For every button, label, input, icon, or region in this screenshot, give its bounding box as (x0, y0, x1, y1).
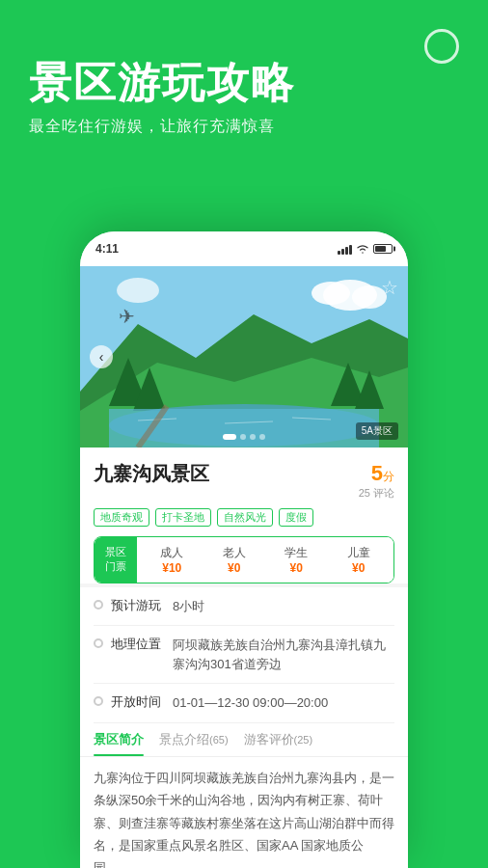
rating-count: 25 评论 (359, 486, 394, 501)
price-items: 成人 ¥10 老人 ¥0 学生 ¥0 儿童 ¥0 (137, 539, 393, 581)
tag-4: 度假 (279, 508, 313, 527)
slider-back-button[interactable]: ‹ (90, 345, 113, 368)
description-text: 九寨沟位于四川阿坝藏族羌族自治州九寨沟县内，是一条纵深50余千米的山沟谷地，因沟… (94, 767, 394, 868)
tag-2: 打卡圣地 (155, 508, 211, 527)
header-circle-icon (424, 29, 459, 64)
favorite-icon[interactable]: ☆ (381, 276, 398, 299)
info-row-hours: 开放时间 01-01—12-30 09:00—20:00 (94, 684, 394, 723)
price-child-value: ¥0 (347, 561, 370, 575)
svg-point-2 (312, 282, 350, 305)
info-circle-icon (94, 600, 103, 610)
ticket-section: 景区门票 成人 ¥10 老人 ¥0 学生 ¥0 儿童 (94, 536, 394, 583)
price-child-type: 儿童 (347, 545, 370, 561)
price-adult-type: 成人 (160, 545, 183, 561)
ticket-label: 景区门票 (95, 537, 137, 583)
info-label-location: 地理位置 (111, 636, 165, 653)
dot-1[interactable] (223, 434, 236, 440)
info-value-playtime: 8小时 (173, 597, 204, 616)
tabs-row: 景区简介 景点介绍(65) 游客评价(25) (94, 723, 394, 756)
info-rows-section: 预计游玩 8小时 地理位置 阿坝藏族羌族自治州九寨沟县漳扎镇九寨沟沟301省道旁… (80, 587, 408, 723)
tag-3: 自然风光 (217, 508, 273, 527)
main-title: 景区游玩攻略 (29, 58, 459, 109)
price-student-type: 学生 (285, 545, 308, 561)
slider-image: ✈ ‹ ☆ 5A景区 (80, 266, 408, 448)
price-student: 学生 ¥0 (285, 545, 308, 575)
info-row-location: 地理位置 阿坝藏族羌族自治州九寨沟县漳扎镇九寨沟沟301省道旁边 (94, 626, 394, 684)
tags-row: 地质奇观 打卡圣地 自然风光 度假 (94, 508, 394, 527)
rating-unit: 分 (383, 470, 394, 483)
ticket-prices: 景区门票 成人 ¥10 老人 ¥0 学生 ¥0 儿童 (95, 537, 393, 583)
battery-icon (373, 244, 393, 254)
rating-score: 5 (371, 461, 383, 485)
info-label-playtime: 预计游玩 (111, 597, 165, 614)
level-badge: 5A景区 (356, 422, 398, 440)
price-child: 儿童 ¥0 (347, 545, 370, 575)
price-student-value: ¥0 (285, 561, 308, 575)
info-value-hours: 01-01—12-30 09:00—20:00 (173, 693, 328, 713)
svg-point-4 (117, 278, 159, 303)
image-slider[interactable]: ✈ ‹ ☆ 5A景区 (80, 266, 408, 448)
price-elderly-type: 老人 (223, 545, 246, 561)
info-value-location: 阿坝藏族羌族自治州九寨沟县漳扎镇九寨沟沟301省道旁边 (173, 636, 394, 673)
spot-rating: 5分 25 评论 (359, 461, 394, 501)
tab-intro[interactable]: 景区简介 (94, 723, 144, 756)
info-circle-location-icon (94, 638, 103, 648)
status-icons (338, 242, 393, 257)
signal-icon (338, 243, 352, 255)
status-bar: 4:11 (80, 231, 408, 266)
tab-reviews-label: 游客评价(25) (244, 732, 313, 746)
dot-3[interactable] (250, 434, 256, 440)
info-circle-hours-icon (94, 696, 103, 706)
dot-4[interactable] (259, 434, 265, 440)
tab-intro-label: 景区简介 (94, 732, 144, 746)
info-label-hours: 开放时间 (111, 693, 165, 711)
description-section: 九寨沟位于四川阿坝藏族羌族自治州九寨沟县内，是一条纵深50余千米的山沟谷地，因沟… (80, 757, 408, 868)
slider-dots (223, 434, 265, 440)
sub-title: 最全吃住行游娱，让旅行充满惊喜 (29, 117, 459, 137)
tab-reviews[interactable]: 游客评价(25) (244, 723, 313, 756)
price-elderly-value: ¥0 (223, 561, 246, 575)
header-area: 景区游玩攻略 最全吃住行游娱，让旅行充满惊喜 (0, 0, 488, 156)
price-adult-value: ¥10 (160, 561, 183, 575)
content-tabs: 景区简介 景点介绍(65) 游客评价(25) (80, 723, 408, 757)
price-elderly: 老人 ¥0 (223, 545, 246, 575)
spot-name: 九寨沟风景区 (94, 461, 209, 487)
tab-attractions[interactable]: 景点介绍(65) (159, 723, 229, 756)
price-adult: 成人 ¥10 (160, 545, 183, 575)
dot-2[interactable] (240, 434, 246, 440)
bird-silhouette: ✈ (119, 305, 135, 328)
spot-info-section: 九寨沟风景区 5分 25 评论 地质奇观 打卡圣地 自然风光 度假 景区门票 成… (80, 448, 408, 583)
phone-mockup: 4:11 (80, 231, 408, 868)
wifi-icon (356, 242, 369, 257)
info-row-playtime: 预计游玩 8小时 (94, 587, 394, 627)
tag-1: 地质奇观 (94, 508, 149, 527)
spot-header: 九寨沟风景区 5分 25 评论 (94, 461, 394, 501)
status-time: 4:11 (95, 242, 119, 256)
tab-attractions-label: 景点介绍(65) (159, 732, 229, 746)
